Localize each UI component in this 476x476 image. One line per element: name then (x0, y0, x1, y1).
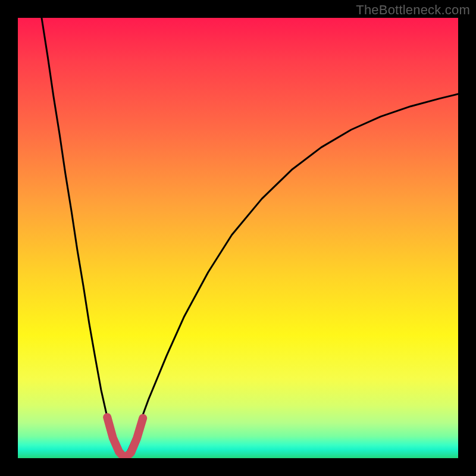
chart-curves-svg (18, 18, 458, 458)
curve-highlight (107, 417, 143, 458)
chart-frame: TheBottleneck.com (0, 0, 476, 476)
curve-left-branch (42, 18, 125, 458)
chart-plot-area (18, 18, 458, 458)
curve-right-branch (125, 94, 458, 458)
watermark-text: TheBottleneck.com (356, 2, 470, 18)
